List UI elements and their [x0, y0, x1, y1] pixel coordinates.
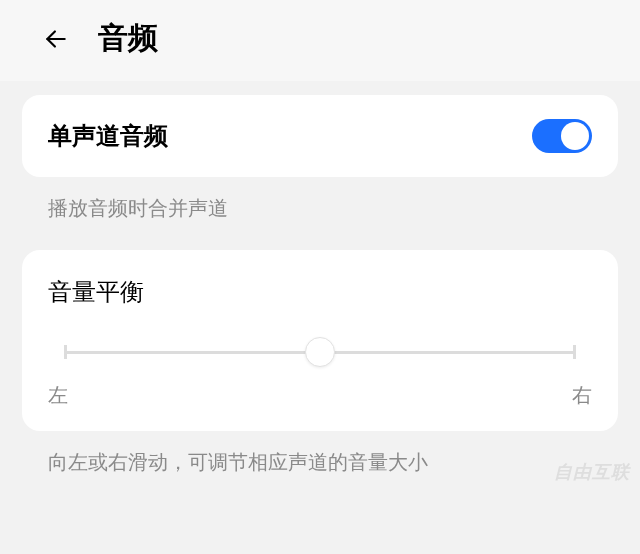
page-title: 音频	[98, 18, 158, 59]
balance-card: 音量平衡 左 右	[22, 250, 618, 431]
balance-description: 向左或右滑动，可调节相应声道的音量大小	[0, 431, 640, 480]
slider-tick-right	[573, 345, 576, 359]
mono-audio-title: 单声道音频	[48, 120, 168, 152]
mono-audio-toggle[interactable]	[532, 119, 592, 153]
slider-thumb[interactable]	[305, 337, 335, 367]
balance-left-label: 左	[48, 382, 68, 409]
toggle-thumb	[561, 122, 589, 150]
mono-audio-card: 单声道音频	[22, 95, 618, 177]
back-icon[interactable]	[42, 25, 70, 53]
balance-title: 音量平衡	[48, 276, 592, 308]
mono-audio-description: 播放音频时合并声道	[0, 177, 640, 226]
balance-slider[interactable]	[64, 334, 576, 370]
header: 音频	[0, 0, 640, 81]
mono-audio-row: 单声道音频	[48, 119, 592, 153]
slider-labels: 左 右	[48, 382, 592, 409]
balance-right-label: 右	[572, 382, 592, 409]
